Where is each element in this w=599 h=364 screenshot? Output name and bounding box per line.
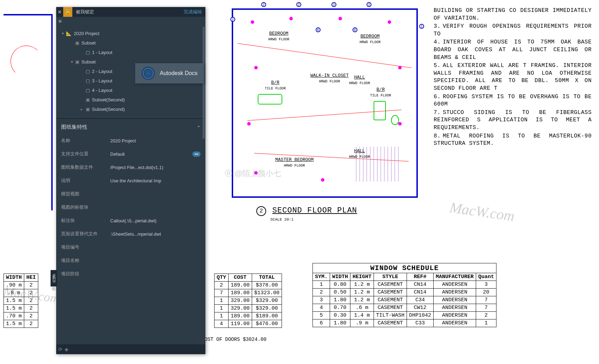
symbol-dot: [338, 17, 342, 20]
tree-item-subset-second-[interactable]: ▸▣Subset(Second): [56, 105, 205, 114]
more-button[interactable]: •••: [192, 151, 200, 157]
symbol-dot: [254, 171, 258, 175]
property-row[interactable]: 模型视图: [56, 187, 205, 201]
menu-icon[interactable]: ≡: [56, 17, 64, 26]
room-label: BEDROOMHRWD FLOOR: [268, 31, 289, 42]
property-row[interactable]: 项目名称: [56, 254, 205, 267]
wiring: [237, 43, 411, 68]
tree-item-2020-project[interactable]: ▼📐2020 Project: [56, 29, 205, 38]
symbol-dot: [321, 178, 324, 182]
property-row[interactable]: 支持文件位置Default•••: [56, 147, 205, 161]
note-item: 7.STUCCO SIDING IS TO BE FIBERGLASS REIN…: [434, 109, 592, 132]
note-item: 6.ROOFING SYSTEM IS TO BE OVERHANG IS TO…: [434, 93, 592, 108]
finish-edit-link[interactable]: 完成编辑: [180, 9, 205, 15]
footer-icon-1[interactable]: ⟳: [58, 346, 62, 352]
autodesk-docs-tooltip: Autodesk Docs: [135, 63, 204, 83]
room-label: MASTER BEDROOMHRWD FLOOR: [275, 157, 314, 168]
close-icon[interactable]: ✕: [56, 9, 63, 15]
symbol-dot: [247, 122, 251, 126]
note-item: 3.VERIFY ROUGH OPENINGS REQUIREMENTS PRI…: [434, 23, 592, 38]
tree-item-subset[interactable]: ▣Subset: [56, 38, 205, 48]
room-label: BEDROOMHRWD FLOOR: [360, 34, 381, 45]
marker: 2: [261, 2, 266, 7]
properties-header[interactable]: 图纸集特性 ⌄: [56, 120, 205, 134]
marker: 6: [353, 27, 357, 32]
floor-plan[interactable]: 2 2 2 2 2 1 6 6 BEDROOMHRWD FLOORBEDROOM…: [232, 8, 418, 198]
general-notes: BUILDING OR STARTING CO DESIGNER IMMEDIA…: [434, 7, 592, 148]
note-item: 5.ALL EXTERIOR WALL ARE T FRAMING. INTER…: [434, 62, 592, 92]
marker: 2: [367, 2, 371, 7]
symbol-dot: [251, 20, 254, 24]
view-number-circle: 2: [256, 206, 266, 216]
marker: 6: [316, 27, 321, 32]
note-item: BUILDING OR STARTING CO DESIGNER IMMEDIA…: [434, 7, 592, 22]
globe-icon: [141, 67, 155, 80]
symbol-dot: [289, 17, 293, 20]
window-schedule-table: WINDOW SCHEDULESYM.WIDTHHEIGHTSTYLEREF#M…: [312, 263, 496, 327]
toilet-fixture: [391, 115, 399, 125]
footer-icon-2[interactable]: ◈: [65, 346, 68, 352]
room-label: WALK-IN CLOSETHRWD FLOOR: [310, 73, 349, 84]
property-row[interactable]: 视图的标签块: [56, 201, 205, 214]
property-row[interactable]: 名称2020 Project: [56, 134, 205, 147]
cost-table: QTYCOSTTOTAL2189.00$378.007189.00$1323.0…: [214, 274, 282, 328]
panel-footer: ⟳ ◈: [56, 344, 205, 354]
tree-item-4-layout[interactable]: ▢4 - Layout: [56, 86, 205, 95]
symbol-dot: [398, 122, 402, 126]
property-row[interactable]: 说明Use the Architectural Imp: [56, 174, 205, 187]
chevron-down-icon: ⌄: [197, 125, 200, 130]
sheet-set-manager-panel: ✕ 🔒 被我锁定 完成编辑 ≡ ▼📐2020 Project▣Subset▢1 …: [56, 7, 205, 354]
symbol-dot: [388, 20, 391, 24]
panel-lock-title: 被我锁定: [72, 9, 180, 15]
partial-plan-left: 1: [4, 14, 53, 210]
property-row[interactable]: 页面设置替代文件.\SheetSets...mperial.dwt: [56, 227, 205, 241]
note-item: 4.INTERIOR OF HOUSE IS TO 75MM OAK BASE …: [434, 39, 592, 61]
plan-title: 2 SECOND FLOOR PLAN SCALE 20:1: [256, 206, 357, 222]
property-row[interactable]: 图纸集数据文件/Project File...ect.dst(v1.1): [56, 161, 205, 174]
symbol-dot: [254, 66, 258, 69]
bathtub-fixture: [258, 94, 282, 105]
lock-icon: 🔒: [63, 7, 72, 17]
marker: 1: [419, 24, 424, 29]
panel-vertical-label: 于 WEB 的图纸集管理器: [51, 270, 57, 287]
room-label: B/RTILE FLOOR: [265, 80, 286, 91]
marker: 2: [331, 2, 336, 7]
tooltip-label: Autodesk Docs: [160, 70, 198, 76]
property-row[interactable]: 项目阶段: [56, 267, 205, 281]
property-row[interactable]: 项目编号: [56, 241, 205, 254]
room-label: B/RTILE FLOOR: [370, 87, 391, 98]
room-label: HALLHRWD FLOOR: [349, 75, 370, 86]
note-item: 8.METAL ROOFING IS TO BE MASTERLOK-90 ST…: [434, 133, 592, 148]
property-row[interactable]: 标注块Callout(.\S...perial.dwt): [56, 214, 205, 227]
tree-item-subset-second-[interactable]: ▣Subset(Second): [56, 95, 205, 105]
marker: 2: [296, 2, 301, 7]
door-schedule-partial: WIDTHHEI.90 m2.8 m21.5 m21.5 m2.70 m21.5…: [4, 274, 38, 328]
room-label: HALLHRWD FLOOR: [349, 148, 370, 159]
tree-item-1-layout[interactable]: ▢1 - Layout: [56, 48, 205, 57]
marker: 2: [230, 17, 235, 22]
